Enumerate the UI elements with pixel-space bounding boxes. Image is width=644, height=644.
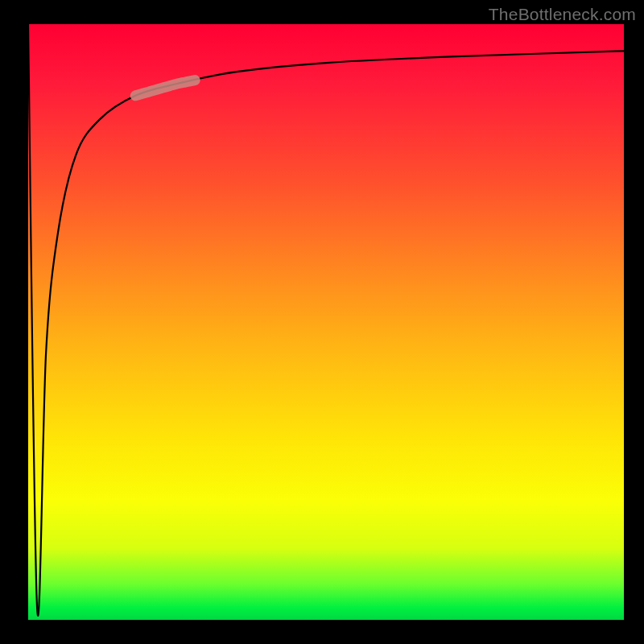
- curve-layer: [28, 24, 624, 620]
- watermark-text: TheBottleneck.com: [489, 5, 636, 24]
- chart-frame: TheBottleneck.com: [0, 0, 644, 644]
- highlight-segment: [135, 80, 195, 96]
- bottleneck-curve: [28, 24, 624, 616]
- plot-area: [28, 24, 624, 620]
